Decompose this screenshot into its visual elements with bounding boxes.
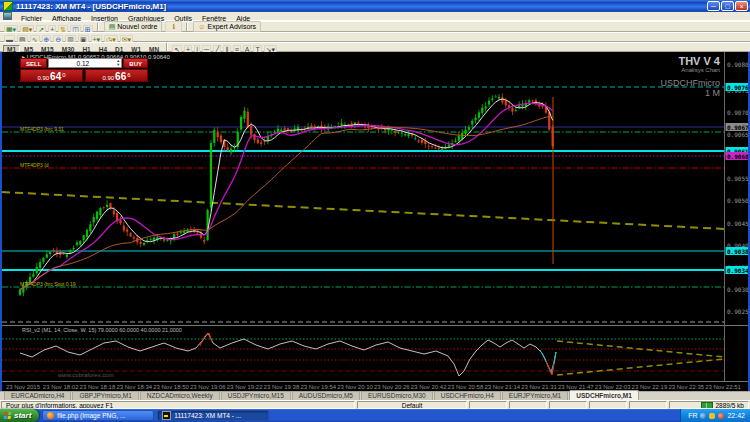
taskbar-item-mt4[interactable]: 11117423: XM MT4 - ... [157,410,269,421]
taskbar-item-browser[interactable]: file.php (Image PNG, ... [42,410,154,421]
candle-body [52,250,54,251]
candle-body [498,97,500,98]
candle-body [518,105,520,107]
time-axis-label: 23 Nov 20:10 [337,384,373,390]
candle-body [401,133,403,134]
candle-body [69,250,71,253]
tab-eurcadmicro-h4[interactable]: EURCADmicro,H4 [4,391,71,400]
chart-line-label: MTF4DP3 (brc 9.31 [20,126,64,132]
candle-body [46,254,48,258]
candle-body [89,224,91,231]
tab-gbpjpymicro-m1[interactable]: GBPJPYmicro,M1 [72,391,138,400]
candle-body [505,101,507,106]
candle-body [250,126,252,135]
taskbar-clock: 22:42 [727,412,745,419]
candle-body [143,243,145,245]
security-tray-icon[interactable] [718,413,724,419]
price-axis-highlight-label: 0.90344 [727,267,750,274]
time-axis-label: 23 Nov 19:06 [190,384,226,390]
status-panel [629,401,667,409]
close-button[interactable]: × [735,1,748,11]
candle-body [495,97,497,98]
chart-region: 0.908000.907500.907000.906500.906000.905… [0,52,750,391]
price-axis-label: 0.90500 [727,197,750,204]
chart-line-label: MTF4DP3 (brc Spot 0.19 [20,281,76,287]
candle-body [220,136,222,143]
tab-nzdcadmicro-weekly[interactable]: NZDCADmicro,Weekly [140,391,220,400]
candle-body [364,127,366,128]
candle-body [76,243,78,245]
candle-body [86,230,88,237]
status-profile[interactable]: Default [357,401,467,409]
expert-advisors-icon: ☺ [198,23,205,30]
candle-body [404,134,406,135]
price-axis-label: 0.90300 [727,286,750,293]
time-axis-label: 23 Nov 22:35 [668,384,704,390]
candle-body [32,274,34,277]
time-axis-label: 23 Nov 19:22 [227,384,263,390]
candle-body [491,99,493,100]
candle-body [150,239,152,240]
tab-usdchfmicro-m1[interactable]: USDCHFmicro,M1 [569,390,639,400]
window-border-left [0,52,2,391]
status-panel [589,401,627,409]
candle-body [243,111,245,119]
candle-body [300,130,302,131]
sell-button[interactable]: SELL [20,58,47,68]
candle-body [66,254,68,256]
candle-body [310,125,312,127]
candle-body [384,129,386,130]
time-axis-label: 23 Nov 19:38 [264,384,300,390]
price-axis-highlight-label: 0.90387 [727,248,750,255]
candle-body [106,205,108,207]
buy-price-button[interactable]: 0.90 66 6 [85,69,148,82]
tab-audusdmicro-m5[interactable]: AUDUSDmicro,M5 [292,391,360,400]
volume-stepper[interactable]: 0.12 ▲▼ [48,58,122,68]
candle-body [290,131,292,132]
candle-body [391,130,393,131]
candle-body [515,110,517,111]
minimize-button[interactable]: ─ [707,1,720,11]
candle-body [129,233,131,236]
status-panel [469,401,507,409]
candle-body [421,140,423,143]
candle-body [93,217,95,222]
updates-tray-icon[interactable] [709,413,715,419]
firefox-icon [47,412,54,419]
chart-canvas[interactable]: 0.908000.907500.907000.906500.906000.905… [0,52,750,391]
candle-body [454,141,456,142]
menu-bar: FichierAffichageInsertionGraphiquesOutil… [0,12,750,21]
info-icon[interactable]: ℹ [165,21,182,32]
price-axis-highlight-label: 0.90603 [727,153,750,160]
expert-advisors-button[interactable]: ☺ Expert Advisors [193,21,261,32]
candle-body [475,118,477,121]
candle-body [428,146,430,147]
restore-button[interactable]: □ [721,1,734,11]
start-button[interactable]: start [0,409,39,422]
time-axis-label: 23 Nov 18:34 [116,384,152,390]
candle-body [260,142,262,144]
candle-body [203,240,205,242]
price-axis-label: 0.90650 [727,131,750,138]
tab-usdchfmicro-h4[interactable]: USDCHFmicro,H4 [434,391,501,400]
connection-bars-icon [701,402,713,409]
tab-eurjpymicro-m1[interactable]: EURJPYmicro,M1 [502,391,568,400]
time-axis-label: 23 Nov 21:14 [484,384,520,390]
time-axis-label: 23 Nov 22:51 [705,384,741,390]
sell-price-button[interactable]: 0.90 64 0 [20,69,83,82]
buy-button[interactable]: BUY [123,58,148,68]
candle-body [119,220,121,224]
status-connection: 2889/5 kb [669,401,749,409]
candle-body [123,226,125,231]
language-indicator[interactable]: FR [688,412,697,419]
network-tray-icon[interactable] [700,413,706,419]
candle-body [140,242,142,244]
candle-body [448,145,450,147]
candle-body [528,100,530,102]
volume-arrows-icon[interactable]: ▲▼ [116,59,121,67]
tab-usdjpymicro-m15[interactable]: USDJPYmicro,M15 [221,391,291,400]
price-axis-label: 0.90550 [727,175,750,182]
tab-eurusdmicro-m30[interactable]: EURUSDmicro,M30 [361,391,433,400]
price-axis-label: 0.90450 [727,220,750,227]
candle-body [397,132,399,133]
